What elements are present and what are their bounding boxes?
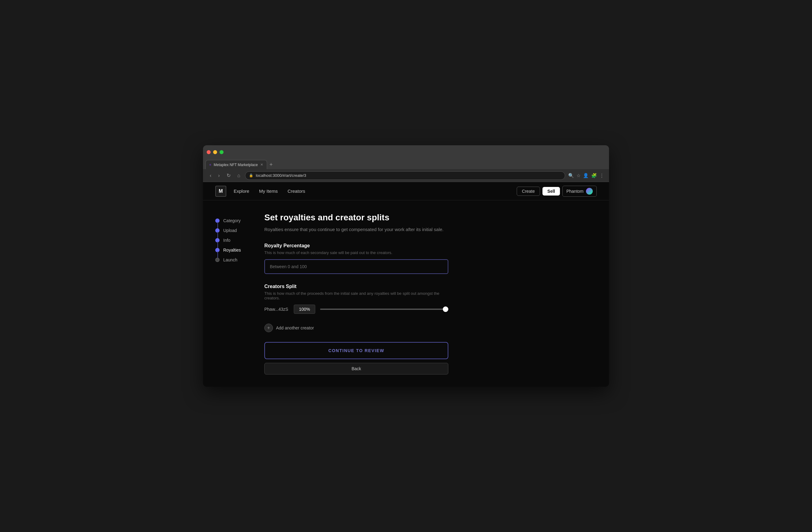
step-dot-category (215, 219, 220, 223)
step-label-royalties: Royalties (223, 245, 241, 255)
slider-track (320, 309, 448, 310)
step-dot-launch (215, 258, 220, 262)
active-tab[interactable]: ≡ Metaplex NFT Marketplace ✕ (205, 160, 267, 169)
step-info: Info (215, 235, 246, 245)
lock-icon: 🔒 (249, 174, 253, 177)
royalty-label: Royalty Percentage (264, 243, 448, 249)
slider-thumb[interactable] (443, 307, 448, 312)
creators-section: Creators Split This is how much of the p… (264, 284, 448, 314)
back-nav-button[interactable]: ‹ (208, 172, 213, 180)
tab-bar: ≡ Metaplex NFT Marketplace ✕ + (203, 159, 609, 169)
create-button[interactable]: Create (517, 187, 540, 196)
creators-label: Creators Split (264, 284, 448, 289)
step-label-info: Info (223, 235, 230, 245)
nav-my-items[interactable]: My Items (258, 186, 279, 196)
nav-creators[interactable]: Creators (286, 186, 307, 196)
address-bar[interactable]: 🔒 localhost:3000/#/art/create/3 (245, 171, 565, 180)
royalty-hint: This is how much of each secondary sale … (264, 250, 448, 255)
back-button[interactable]: Back (264, 363, 448, 374)
creator-row: Phaw...43zS (264, 305, 448, 314)
creator-slider-container (320, 306, 448, 312)
phantom-label: Phantom (566, 189, 583, 194)
creators-hint: This is how much of the proceeds from th… (264, 291, 448, 300)
step-upload: Upload (215, 225, 246, 235)
search-icon[interactable]: 🔍 (568, 173, 574, 178)
step-label-upload: Upload (223, 225, 237, 235)
close-button[interactable] (207, 150, 211, 154)
page-subtitle: Royalties ensure that you continue to ge… (264, 226, 448, 233)
royalty-input[interactable] (264, 259, 448, 274)
new-tab-button[interactable]: + (267, 160, 275, 169)
nav-right: Create Sell Phantom (517, 186, 597, 197)
phantom-avatar (586, 188, 593, 195)
page-title: Set royalties and creator splits (264, 213, 448, 222)
sell-button[interactable]: Sell (542, 187, 560, 195)
step-category: Category (215, 216, 246, 225)
title-bar (203, 145, 609, 159)
url-text: localhost:3000/#/art/create/3 (256, 173, 306, 178)
extensions-icon[interactable]: 🧩 (591, 173, 597, 178)
bookmark-icon[interactable]: ☆ (577, 173, 580, 178)
profile-icon[interactable]: 👤 (583, 173, 589, 178)
tab-favicon: ≡ (209, 163, 211, 166)
main-content: Category Upload Info Royalties Launch (203, 201, 609, 387)
step-dot-upload (215, 228, 220, 233)
nav-logo: M (215, 186, 226, 197)
creator-percent-input[interactable] (294, 305, 315, 314)
app-content: M Explore My Items Creators Create Sell … (203, 182, 609, 387)
add-creator-button[interactable]: + Add another creator (264, 321, 314, 335)
menu-icon[interactable]: ⋮ (599, 173, 604, 178)
royalty-section: Royalty Percentage This is how much of e… (264, 243, 448, 284)
continue-to-review-button[interactable]: CONTINUE TO REVIEW (264, 342, 448, 359)
phantom-button[interactable]: Phantom (562, 186, 597, 197)
browser-window: ≡ Metaplex NFT Marketplace ✕ + ‹ › ↻ ⌂ 🔒… (203, 145, 609, 387)
steps-sidebar: Category Upload Info Royalties Launch (215, 213, 246, 374)
add-creator-label: Add another creator (276, 325, 314, 330)
toolbar-icons: 🔍 ☆ 👤 🧩 ⋮ (568, 173, 604, 178)
step-dot-info (215, 238, 220, 242)
nav-links: Explore My Items Creators (232, 186, 517, 196)
step-dot-royalties (215, 248, 220, 252)
browser-toolbar: ‹ › ↻ ⌂ 🔒 localhost:3000/#/art/create/3 … (203, 169, 609, 182)
step-label-category: Category (223, 216, 241, 225)
step-launch: Launch (215, 255, 246, 265)
add-icon: + (264, 324, 273, 332)
reload-button[interactable]: ↻ (225, 171, 232, 180)
maximize-button[interactable] (220, 150, 223, 154)
forward-nav-button[interactable]: › (216, 172, 221, 180)
slider-fill (320, 309, 448, 310)
step-label-launch: Launch (223, 255, 237, 265)
nav-explore[interactable]: Explore (232, 186, 250, 196)
creator-name: Phaw...43zS (264, 307, 289, 312)
home-button[interactable]: ⌂ (235, 172, 242, 180)
form-area: Set royalties and creator splits Royalti… (264, 213, 448, 374)
close-tab-icon[interactable]: ✕ (260, 163, 263, 167)
tab-title: Metaplex NFT Marketplace (214, 163, 258, 167)
app-nav: M Explore My Items Creators Create Sell … (203, 182, 609, 201)
minimize-button[interactable] (213, 150, 217, 154)
step-royalties: Royalties (215, 245, 246, 255)
